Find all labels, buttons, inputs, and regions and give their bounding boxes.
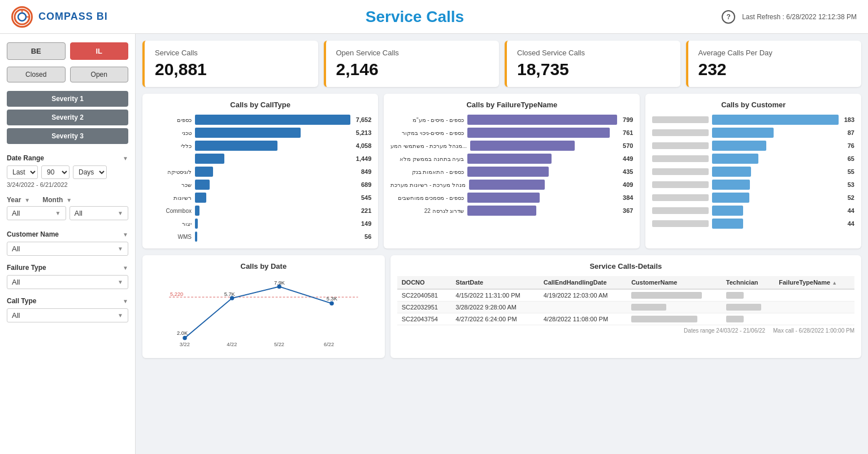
days-unit-select[interactable]: Days [73, 165, 107, 179]
help-icon[interactable]: ? [722, 10, 735, 24]
kpi-card-3: Average Calls Per Day 232 [686, 41, 862, 87]
list-item: 65 [652, 154, 854, 164]
cell-docno: SC22032951 [397, 302, 452, 313]
cell-failure [774, 313, 854, 325]
col-docno[interactable]: DOCNO [397, 276, 452, 289]
kpi-label-3: Average Calls Per Day [698, 49, 852, 57]
days-count-select[interactable]: 90 [41, 165, 70, 179]
customer-chart-title: Calls by Customer [652, 101, 854, 109]
list-item: רשיונות 545 [149, 193, 371, 203]
failure-type-dropdown[interactable]: All ▼ [7, 275, 128, 289]
svg-text:5.3K: 5.3K [327, 296, 338, 302]
calltype-bars: כספים 7,652טכני 5,213כללי 4,058 1,449לוג… [149, 115, 371, 242]
svg-text:3/22: 3/22 [180, 342, 190, 347]
list-item: כללי 4,058 [149, 141, 371, 151]
kpi-label-2: Closed Service Calls [517, 49, 670, 57]
details-table: DOCNO StartDate CallEndHandlingDate Cust… [397, 276, 854, 325]
charts-row: Calls by CallType כספים 7,652טכני 5,213כ… [142, 94, 861, 248]
closed-open-buttons: Closed Open [7, 67, 128, 82]
list-item: 183 [652, 115, 854, 125]
open-button[interactable]: Open [70, 67, 129, 82]
cell-customer: ████████ [627, 302, 722, 313]
svg-text:5,220: 5,220 [170, 291, 183, 297]
date-chart-title: Calls by Date [149, 262, 378, 270]
list-item: כספים 7,652 [149, 115, 371, 125]
customer-name-label: Customer Name [7, 230, 59, 238]
table-header-row: DOCNO StartDate CallEndHandlingDate Cust… [397, 276, 854, 289]
col-failure[interactable]: FailureTypeName ▲ [774, 276, 854, 289]
svg-text:4/22: 4/22 [227, 342, 237, 347]
main-container: BE IL Closed Open Severity 1 Severity 2 … [0, 34, 868, 454]
cell-enddate [539, 302, 627, 313]
kpi-row: Service Calls 20,881Open Service Calls 2… [142, 41, 861, 87]
list-item: 53 [652, 180, 854, 190]
severity2-button[interactable]: Severity 2 [7, 110, 128, 125]
calltype-chart-title: Calls by CallType [149, 101, 371, 109]
il-button[interactable]: IL [70, 42, 129, 60]
severity3-button[interactable]: Severity 3 [7, 128, 128, 144]
list-item: כספים - מיסים-ניכוי במקור 761 [390, 128, 633, 138]
sidebar: BE IL Closed Open Severity 1 Severity 2 … [0, 34, 136, 454]
logo-icon [11, 6, 33, 28]
cell-docno: SC22040581 [397, 289, 452, 302]
closed-button[interactable]: Closed [7, 67, 66, 82]
svg-text:5/22: 5/22 [274, 342, 284, 347]
list-item: כספים - מיסים - מע"מ 799 [390, 115, 633, 125]
date-range-arrow: ▼ [123, 155, 128, 161]
list-item: טכני 5,213 [149, 128, 371, 138]
footer-note: Dates range 24/03/22 - 21/06/22 Max call… [397, 328, 854, 334]
call-type-filter: Call Type ▼ All ▼ [7, 297, 128, 322]
col-enddate[interactable]: CallEndHandlingDate [539, 276, 627, 289]
list-item: כספים - התאמות בנק 435 [390, 167, 633, 177]
header-right: ? Last Refresh : 6/28/2022 12:12:38 PM [722, 10, 857, 24]
list-item: לוגיסטיקה 849 [149, 167, 371, 177]
logo-area: COMPASS BI [11, 6, 108, 28]
list-item: 44 [652, 206, 854, 216]
month-label: Month [42, 196, 63, 204]
last-select[interactable]: Last [7, 165, 38, 179]
kpi-label-1: Open Service Calls [336, 49, 489, 57]
logo-text: COMPASS BI [38, 11, 108, 23]
customer-name-dropdown[interactable]: All ▼ [7, 242, 128, 256]
date-display: 3/24/2022 - 6/21/2022 [7, 181, 128, 188]
svg-point-1 [18, 13, 26, 21]
list-item: ...מנהל מערכת - משתמשי המע 570 [390, 141, 633, 151]
col-startdate[interactable]: StartDate [451, 276, 539, 289]
call-type-dropdown[interactable]: All ▼ [7, 308, 128, 322]
cell-technician: ████ [722, 289, 774, 302]
failure-chart: Calls by FailureTypeName כספים - מיסים -… [384, 94, 640, 248]
list-item: 55 [652, 167, 854, 177]
svg-text:5.7K: 5.7K [224, 291, 236, 297]
list-item: 52 [652, 193, 854, 203]
kpi-card-1: Open Service Calls 2,146 [324, 41, 500, 87]
kpi-value-3: 232 [698, 60, 852, 79]
table-row: SC22040581 4/15/2022 11:31:00 PM 4/19/20… [397, 289, 854, 302]
page-title: Service Calls [108, 8, 722, 26]
cell-enddate: 4/28/2022 11:08:00 PM [539, 313, 627, 325]
severity1-button[interactable]: Severity 1 [7, 91, 128, 107]
be-button[interactable]: BE [7, 42, 66, 60]
list-item: 1,449 [149, 154, 371, 164]
severity-buttons: Severity 1 Severity 2 Severity 3 [7, 91, 128, 144]
list-item: בעיה בתחנה בממשק מלא 449 [390, 154, 633, 164]
kpi-value-0: 20,881 [155, 60, 308, 79]
svg-text:7.9K: 7.9K [274, 280, 285, 286]
kpi-value-1: 2,146 [336, 60, 489, 79]
col-customer[interactable]: CustomerName [627, 276, 722, 289]
bottom-row: Calls by Date 5,220 2.0K 5.7K 7.9K [142, 255, 861, 358]
kpi-card-2: Closed Service Calls 18,735 [505, 41, 680, 87]
cell-customer: ███████████████ [627, 313, 722, 325]
year-dropdown[interactable]: All ▼ [7, 206, 66, 220]
month-arrow: ▼ [66, 197, 72, 203]
cell-startdate: 3/28/2022 9:28:00 AM [451, 302, 539, 313]
cell-enddate: 4/19/2022 12:03:00 AM [539, 289, 627, 302]
cell-customer: ████████████████ [627, 289, 722, 302]
list-item: מנהל מערכת - רשיונות מערכת 409 [390, 180, 633, 190]
col-technician[interactable]: Technician [722, 276, 774, 289]
cell-startdate: 4/27/2022 6:24:00 PM [451, 313, 539, 325]
svg-point-6 [183, 336, 186, 340]
kpi-value-2: 18,735 [517, 60, 670, 79]
list-item: יצור 149 [149, 219, 371, 229]
month-dropdown[interactable]: All ▼ [70, 206, 129, 220]
date-range-label: Date Range [7, 154, 44, 162]
